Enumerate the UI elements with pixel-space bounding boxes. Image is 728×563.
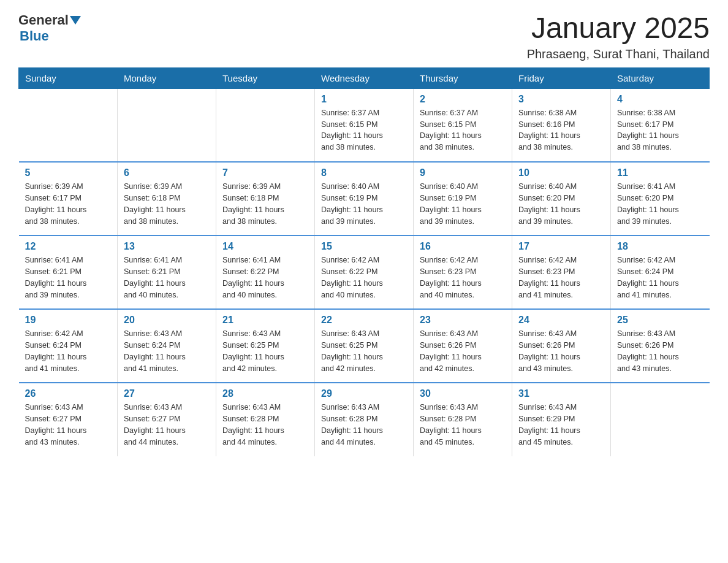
calendar-cell: 17Sunrise: 6:42 AM Sunset: 6:23 PM Dayli…	[512, 236, 611, 309]
day-info: Sunrise: 6:42 AM Sunset: 6:24 PM Dayligh…	[617, 255, 703, 301]
calendar-week-row: 5Sunrise: 6:39 AM Sunset: 6:17 PM Daylig…	[19, 162, 710, 236]
day-number: 12	[25, 241, 112, 252]
day-info: Sunrise: 6:43 AM Sunset: 6:27 PM Dayligh…	[25, 402, 112, 448]
calendar-cell: 1Sunrise: 6:37 AM Sunset: 6:15 PM Daylig…	[315, 88, 414, 162]
day-info: Sunrise: 6:39 AM Sunset: 6:17 PM Dayligh…	[25, 181, 112, 227]
calendar-body: 1Sunrise: 6:37 AM Sunset: 6:15 PM Daylig…	[19, 88, 710, 456]
calendar-subtitle: Phrasaeng, Surat Thani, Thailand	[527, 47, 710, 61]
day-info: Sunrise: 6:40 AM Sunset: 6:19 PM Dayligh…	[420, 181, 506, 227]
weekday-header-tuesday: Tuesday	[216, 67, 315, 88]
day-info: Sunrise: 6:41 AM Sunset: 6:21 PM Dayligh…	[124, 255, 210, 301]
svg-marker-0	[70, 16, 81, 25]
calendar-cell	[19, 88, 118, 162]
day-info: Sunrise: 6:41 AM Sunset: 6:21 PM Dayligh…	[25, 255, 112, 301]
day-number: 3	[518, 94, 604, 105]
day-number: 30	[420, 388, 506, 399]
calendar-cell: 3Sunrise: 6:38 AM Sunset: 6:16 PM Daylig…	[512, 88, 611, 162]
calendar-cell: 13Sunrise: 6:41 AM Sunset: 6:21 PM Dayli…	[118, 236, 216, 309]
day-number: 29	[321, 388, 407, 399]
day-info: Sunrise: 6:40 AM Sunset: 6:19 PM Dayligh…	[321, 181, 407, 227]
calendar-week-row: 19Sunrise: 6:42 AM Sunset: 6:24 PM Dayli…	[19, 309, 710, 383]
day-number: 25	[617, 315, 703, 326]
day-info: Sunrise: 6:43 AM Sunset: 6:28 PM Dayligh…	[321, 402, 407, 448]
day-number: 15	[321, 241, 407, 252]
calendar-cell: 14Sunrise: 6:41 AM Sunset: 6:22 PM Dayli…	[216, 236, 315, 309]
day-number: 9	[420, 167, 506, 178]
calendar-cell: 10Sunrise: 6:40 AM Sunset: 6:20 PM Dayli…	[512, 162, 611, 236]
day-number: 14	[222, 241, 308, 252]
calendar-cell: 31Sunrise: 6:43 AM Sunset: 6:29 PM Dayli…	[512, 383, 611, 456]
calendar-cell: 15Sunrise: 6:42 AM Sunset: 6:22 PM Dayli…	[315, 236, 414, 309]
calendar-title: January 2025	[527, 12, 710, 45]
day-number: 27	[124, 388, 210, 399]
day-number: 22	[321, 315, 407, 326]
day-info: Sunrise: 6:43 AM Sunset: 6:25 PM Dayligh…	[321, 328, 407, 374]
day-number: 5	[25, 167, 112, 178]
day-number: 31	[518, 388, 604, 399]
day-info: Sunrise: 6:39 AM Sunset: 6:18 PM Dayligh…	[222, 181, 308, 227]
day-number: 17	[518, 241, 604, 252]
day-number: 1	[321, 94, 407, 105]
title-block: January 2025 Phrasaeng, Surat Thani, Tha…	[527, 12, 710, 61]
calendar-cell	[216, 88, 315, 162]
calendar-cell: 5Sunrise: 6:39 AM Sunset: 6:17 PM Daylig…	[19, 162, 118, 236]
calendar-cell: 9Sunrise: 6:40 AM Sunset: 6:19 PM Daylig…	[414, 162, 512, 236]
day-info: Sunrise: 6:42 AM Sunset: 6:23 PM Dayligh…	[518, 255, 604, 301]
day-info: Sunrise: 6:38 AM Sunset: 6:17 PM Dayligh…	[617, 107, 703, 153]
calendar-cell: 12Sunrise: 6:41 AM Sunset: 6:21 PM Dayli…	[19, 236, 118, 309]
calendar-cell: 16Sunrise: 6:42 AM Sunset: 6:23 PM Dayli…	[414, 236, 512, 309]
day-info: Sunrise: 6:37 AM Sunset: 6:15 PM Dayligh…	[321, 107, 407, 153]
day-number: 23	[420, 315, 506, 326]
day-number: 10	[518, 167, 604, 178]
day-number: 8	[321, 167, 407, 178]
calendar-cell: 30Sunrise: 6:43 AM Sunset: 6:28 PM Dayli…	[414, 383, 512, 456]
day-info: Sunrise: 6:42 AM Sunset: 6:23 PM Dayligh…	[420, 255, 506, 301]
calendar-cell: 21Sunrise: 6:43 AM Sunset: 6:25 PM Dayli…	[216, 309, 315, 383]
day-info: Sunrise: 6:43 AM Sunset: 6:26 PM Dayligh…	[420, 328, 506, 374]
day-number: 26	[25, 388, 112, 399]
page-header: General Blue January 2025 Phrasaeng, Sur…	[18, 12, 710, 61]
calendar-cell: 29Sunrise: 6:43 AM Sunset: 6:28 PM Dayli…	[315, 383, 414, 456]
calendar-cell: 25Sunrise: 6:43 AM Sunset: 6:26 PM Dayli…	[611, 309, 710, 383]
calendar-cell: 8Sunrise: 6:40 AM Sunset: 6:19 PM Daylig…	[315, 162, 414, 236]
calendar-cell: 11Sunrise: 6:41 AM Sunset: 6:20 PM Dayli…	[611, 162, 710, 236]
calendar-table: SundayMondayTuesdayWednesdayThursdayFrid…	[18, 67, 710, 457]
weekday-header-wednesday: Wednesday	[315, 67, 414, 88]
calendar-cell: 23Sunrise: 6:43 AM Sunset: 6:26 PM Dayli…	[414, 309, 512, 383]
day-number: 21	[222, 315, 308, 326]
day-number: 28	[222, 388, 308, 399]
day-info: Sunrise: 6:41 AM Sunset: 6:22 PM Dayligh…	[222, 255, 308, 301]
day-info: Sunrise: 6:39 AM Sunset: 6:18 PM Dayligh…	[124, 181, 210, 227]
day-info: Sunrise: 6:42 AM Sunset: 6:24 PM Dayligh…	[25, 328, 112, 374]
day-number: 24	[518, 315, 604, 326]
calendar-cell: 2Sunrise: 6:37 AM Sunset: 6:15 PM Daylig…	[414, 88, 512, 162]
day-number: 13	[124, 241, 210, 252]
logo-general-text: General	[18, 12, 69, 28]
calendar-cell: 18Sunrise: 6:42 AM Sunset: 6:24 PM Dayli…	[611, 236, 710, 309]
weekday-header-thursday: Thursday	[414, 67, 512, 88]
day-number: 20	[124, 315, 210, 326]
weekday-header-friday: Friday	[512, 67, 611, 88]
calendar-cell: 27Sunrise: 6:43 AM Sunset: 6:27 PM Dayli…	[118, 383, 216, 456]
weekday-header-row: SundayMondayTuesdayWednesdayThursdayFrid…	[19, 67, 710, 88]
day-info: Sunrise: 6:43 AM Sunset: 6:24 PM Dayligh…	[124, 328, 210, 374]
calendar-cell	[611, 383, 710, 456]
day-number: 11	[617, 167, 703, 178]
calendar-cell	[118, 88, 216, 162]
day-info: Sunrise: 6:37 AM Sunset: 6:15 PM Dayligh…	[420, 107, 506, 153]
weekday-header-monday: Monday	[118, 67, 216, 88]
day-info: Sunrise: 6:43 AM Sunset: 6:28 PM Dayligh…	[222, 402, 308, 448]
calendar-cell: 24Sunrise: 6:43 AM Sunset: 6:26 PM Dayli…	[512, 309, 611, 383]
day-info: Sunrise: 6:40 AM Sunset: 6:20 PM Dayligh…	[518, 181, 604, 227]
calendar-cell: 7Sunrise: 6:39 AM Sunset: 6:18 PM Daylig…	[216, 162, 315, 236]
day-info: Sunrise: 6:43 AM Sunset: 6:26 PM Dayligh…	[617, 328, 703, 374]
calendar-week-row: 1Sunrise: 6:37 AM Sunset: 6:15 PM Daylig…	[19, 88, 710, 162]
day-info: Sunrise: 6:43 AM Sunset: 6:25 PM Dayligh…	[222, 328, 308, 374]
calendar-cell: 28Sunrise: 6:43 AM Sunset: 6:28 PM Dayli…	[216, 383, 315, 456]
day-number: 7	[222, 167, 308, 178]
weekday-header-sunday: Sunday	[19, 67, 118, 88]
calendar-week-row: 26Sunrise: 6:43 AM Sunset: 6:27 PM Dayli…	[19, 383, 710, 456]
calendar-cell: 6Sunrise: 6:39 AM Sunset: 6:18 PM Daylig…	[118, 162, 216, 236]
calendar-week-row: 12Sunrise: 6:41 AM Sunset: 6:21 PM Dayli…	[19, 236, 710, 309]
calendar-cell: 20Sunrise: 6:43 AM Sunset: 6:24 PM Dayli…	[118, 309, 216, 383]
